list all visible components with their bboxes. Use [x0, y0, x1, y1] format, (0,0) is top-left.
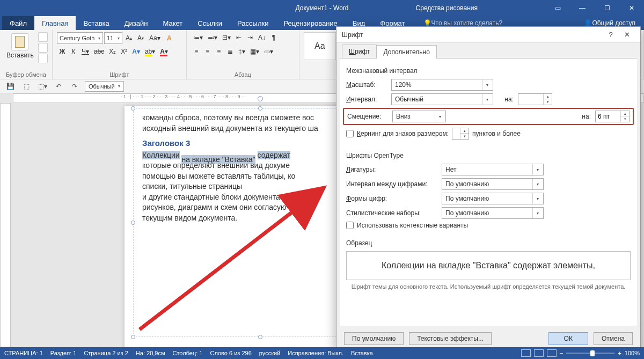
style-gallery-item[interactable]: Аа — [304, 32, 336, 60]
grow-font-button[interactable]: A▴ — [123, 33, 134, 43]
underline-button[interactable]: Ч▾ — [79, 46, 91, 57]
chevron-down-icon[interactable]: ▾ — [532, 164, 542, 175]
scale-combo[interactable]: 120%▾ — [391, 79, 493, 91]
zoom-slider[interactable] — [566, 353, 614, 354]
tab-references[interactable]: Ссылки — [190, 16, 230, 30]
highlight-button[interactable]: ab▾ — [143, 46, 157, 57]
status-lang[interactable]: русский — [259, 350, 280, 356]
sort-button[interactable]: A↓ — [256, 32, 268, 43]
strike-button[interactable]: abc — [92, 46, 106, 57]
chevron-down-icon[interactable]: ▾ — [435, 111, 444, 122]
chevron-down-icon[interactable]: ▾ — [482, 79, 492, 90]
status-words[interactable]: Слово 6 из 296 — [210, 350, 251, 356]
tab-layout[interactable]: Макет — [155, 16, 190, 30]
clear-format-button[interactable]: A̷ — [164, 33, 174, 43]
align-left-button[interactable]: ≡ — [191, 46, 202, 57]
copy-button[interactable] — [38, 43, 48, 53]
ok-button[interactable]: ОК — [548, 332, 588, 345]
view-read-button[interactable] — [521, 349, 531, 357]
kerning-spinner[interactable]: ▴▾ — [452, 128, 469, 140]
paste-button[interactable]: Вставить — [4, 32, 36, 60]
styleset-combo[interactable]: По умолчанию▾ — [442, 207, 544, 219]
position-by-input[interactable] — [596, 113, 620, 120]
redo-button[interactable]: ↷ — [69, 81, 80, 92]
position-combo[interactable]: Вниз▾ — [392, 111, 446, 122]
kerning-checkbox[interactable] — [346, 130, 354, 137]
status-at[interactable]: На: 20,9см — [136, 350, 165, 356]
numform-combo[interactable]: По умолчанию▾ — [442, 193, 544, 204]
change-case-button[interactable]: Aa▾ — [147, 33, 163, 43]
spin-down[interactable]: ▾ — [621, 116, 629, 122]
spin-down[interactable]: ▾ — [460, 134, 469, 139]
zoom-in-button[interactable]: + — [618, 350, 621, 356]
increase-indent-button[interactable]: ⇥ — [245, 32, 255, 43]
spin-up[interactable]: ▴ — [460, 128, 469, 134]
text-effects-button[interactable]: Текстовые эффекты... — [409, 332, 492, 345]
status-track[interactable]: Исправления: Выкл. — [288, 350, 343, 356]
kerning-input[interactable] — [452, 130, 460, 137]
view-web-button[interactable] — [547, 349, 557, 357]
text-effects-button[interactable]: A▾ — [130, 46, 142, 57]
tab-home[interactable]: Главная — [34, 16, 76, 30]
tab-design[interactable]: Дизайн — [117, 16, 156, 30]
save-button[interactable]: 💾 — [4, 81, 16, 92]
zoom-out-button[interactable]: − — [560, 350, 563, 356]
dialog-titlebar[interactable]: Шрифт ? ✕ — [336, 27, 640, 43]
qat-button-2[interactable]: ⬚▾ — [36, 81, 48, 92]
style-combo[interactable]: Обычный▾ — [85, 81, 124, 92]
status-insert[interactable]: Вставка — [351, 350, 373, 356]
chevron-down-icon[interactable]: ▾ — [532, 193, 542, 204]
tab-review[interactable]: Рецензирование — [276, 16, 345, 30]
font-size-combo[interactable]: 11▾ — [104, 32, 122, 44]
position-by-spinner[interactable]: ▴▾ — [595, 111, 630, 122]
cut-button[interactable] — [38, 32, 48, 42]
chevron-down-icon[interactable]: ▾ — [482, 94, 492, 105]
ligatures-combo[interactable]: Нет▾ — [442, 164, 544, 175]
dialog-tab-font[interactable]: Шрифт — [342, 45, 377, 58]
spacing-by-spinner[interactable]: ▴▾ — [518, 93, 552, 105]
zoom-slider-knob[interactable] — [590, 350, 595, 356]
ribbon-options-icon[interactable]: ▭ — [545, 0, 570, 16]
align-justify-button[interactable]: ≣ — [225, 46, 236, 57]
align-center-button[interactable]: ≡ — [202, 46, 213, 57]
line-spacing-button[interactable]: ‡▾ — [236, 46, 247, 57]
bold-button[interactable]: Ж — [57, 46, 68, 57]
font-color-button[interactable]: A▾ — [158, 46, 170, 57]
spin-up[interactable]: ▴ — [544, 94, 552, 99]
spacing-by-input[interactable] — [518, 96, 543, 103]
show-marks-button[interactable]: ¶ — [268, 32, 279, 43]
qat-button-1[interactable]: ⬚ — [20, 81, 32, 92]
spacing-combo[interactable]: Обычный▾ — [391, 93, 493, 105]
format-painter-button[interactable] — [38, 54, 48, 63]
shrink-font-button[interactable]: A▾ — [135, 33, 146, 43]
tab-insert[interactable]: Вставка — [76, 16, 116, 30]
numbering-button[interactable]: ≕▾ — [206, 32, 219, 43]
contextual-checkbox[interactable] — [346, 222, 354, 229]
status-section[interactable]: Раздел: 1 — [50, 350, 77, 356]
chevron-down-icon[interactable]: ▾ — [532, 179, 542, 189]
status-page[interactable]: СТРАНИЦА: 1 — [4, 350, 43, 356]
spin-down[interactable]: ▾ — [544, 99, 552, 105]
multilevel-button[interactable]: ⊟▾ — [220, 32, 233, 43]
decrease-indent-button[interactable]: ⇤ — [233, 32, 244, 43]
undo-button[interactable]: ↶ — [53, 81, 64, 92]
italic-button[interactable]: К — [68, 46, 79, 57]
set-default-button[interactable]: По умолчанию — [344, 332, 404, 345]
borders-button[interactable]: ▭▾ — [262, 46, 275, 57]
chevron-down-icon[interactable]: ▾ — [532, 208, 542, 218]
status-col[interactable]: Столбец: 1 — [173, 350, 203, 356]
vertical-ruler[interactable] — [0, 103, 11, 347]
dialog-tab-advanced[interactable]: Дополнительно — [376, 45, 436, 58]
minimize-button[interactable]: — — [570, 0, 595, 16]
rotate-handle[interactable] — [258, 96, 263, 101]
align-right-button[interactable]: ≡ — [214, 46, 224, 57]
close-button[interactable]: ✕ — [619, 0, 644, 16]
resize-handle-mb[interactable] — [258, 335, 262, 339]
status-pages[interactable]: Страница 2 из 2 — [84, 350, 128, 356]
shading-button[interactable]: ▦▾ — [248, 46, 261, 57]
zoom-value[interactable]: 100% — [625, 350, 640, 356]
superscript-button[interactable]: X² — [119, 46, 129, 57]
resize-handle-bl[interactable] — [131, 335, 135, 339]
tab-file[interactable]: Файл — [2, 16, 34, 30]
view-print-button[interactable] — [534, 349, 544, 357]
